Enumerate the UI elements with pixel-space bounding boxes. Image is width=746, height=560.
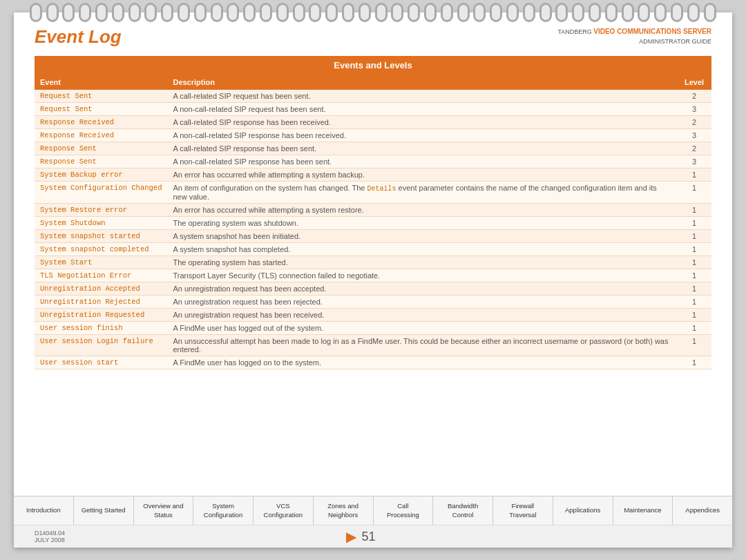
cell-event: Request Sent: [35, 103, 167, 116]
cell-level: 1: [677, 230, 711, 243]
cell-event: System Shutdown: [35, 217, 167, 230]
ring: [211, 3, 223, 22]
cell-description: A system snapshot has been initiated.: [167, 230, 677, 243]
ring: [325, 3, 338, 22]
cell-event: System snapshot completed: [35, 243, 167, 256]
cell-event: Unregistration Requested: [35, 309, 167, 322]
tab-system-configuration[interactable]: SystemConfiguration: [193, 496, 254, 525]
inline-code: Details: [367, 185, 396, 193]
page-arrow-icon: ▶: [346, 528, 356, 545]
cell-event: Unregistration Rejected: [35, 296, 167, 309]
cell-level: 1: [677, 269, 711, 282]
ring: [622, 3, 634, 22]
ring: [194, 3, 207, 22]
ring: [671, 3, 683, 22]
ring: [375, 3, 388, 22]
brand-guide: ADMINISTRATOR GUIDE: [639, 38, 711, 45]
ring: [227, 3, 239, 22]
table-row: System snapshot startedA system snapshot…: [35, 230, 711, 243]
cell-level: 1: [677, 217, 711, 230]
cell-event: Request Sent: [35, 90, 167, 103]
ring: [79, 3, 91, 22]
cell-event: User session Login failure: [35, 335, 167, 356]
table-row: Unregistration RequestedAn unregistratio…: [35, 309, 711, 322]
table-row: System Configuration ChangedAn item of c…: [35, 182, 711, 204]
table-row: User session Login failureAn unsuccessfu…: [35, 335, 711, 356]
cell-level: 1: [677, 335, 711, 356]
ring: [605, 3, 618, 22]
table-row: TLS Negotiation ErrorTransport Layer Sec…: [35, 269, 711, 282]
tab-introduction[interactable]: Introduction: [14, 496, 74, 525]
tab-getting-started[interactable]: Getting Started: [74, 496, 134, 525]
ring: [260, 3, 272, 22]
tab-maintenance[interactable]: Maintenance: [613, 496, 673, 525]
tab-call-processing[interactable]: CallProcessing: [374, 496, 434, 525]
brand-product: VIDEO COMMUNICATIONS SERVER: [593, 28, 711, 35]
ring: [128, 3, 141, 22]
tab-zones-neighbors[interactable]: Zones andNeighbors: [314, 496, 374, 525]
page-num-value: 51: [362, 530, 376, 544]
cell-event: Response Sent: [35, 155, 167, 168]
cell-event: User session finish: [35, 322, 167, 335]
ring: [342, 3, 354, 22]
ring: [46, 3, 59, 22]
cell-description: A non-call-related SIP response has been…: [167, 155, 677, 168]
ring: [144, 3, 157, 22]
brand-company: TANDBERG: [557, 28, 591, 35]
page-content: Event Log TANDBERG VIDEO COMMUNICATIONS …: [14, 12, 732, 548]
cell-description: A non-call-related SIP response has been…: [167, 129, 677, 142]
cell-event: Response Sent: [35, 142, 167, 155]
cell-event: System Start: [35, 256, 167, 269]
cell-description: A call-related SIP request has been sent…: [167, 90, 677, 103]
col-description: Description: [167, 75, 677, 90]
footer: Introduction Getting Started Overview an…: [14, 496, 732, 548]
cell-level: 1: [677, 243, 711, 256]
ring: [490, 3, 502, 22]
doc-id: D14049.04: [35, 530, 65, 537]
tab-vcs-configuration[interactable]: VCSConfiguration: [254, 496, 314, 525]
cell-description: The operating system has started.: [167, 256, 677, 269]
ring: [539, 3, 552, 22]
page-title: Event Log: [35, 26, 122, 48]
cell-event: System snapshot started: [35, 230, 167, 243]
tab-bandwidth-control[interactable]: BandwidthControl: [433, 496, 493, 525]
doc-info: D14049.04 JULY 2008: [35, 530, 65, 543]
table-row: System ShutdownThe operating system was …: [35, 217, 711, 230]
ring: [589, 3, 601, 22]
nav-bar: Introduction Getting Started Overview an…: [14, 496, 732, 525]
ring: [506, 3, 519, 22]
ring: [654, 3, 667, 22]
table-row: Response ReceivedA call-related SIP resp…: [35, 116, 711, 129]
cell-description: A call-related SIP response has been rec…: [167, 116, 677, 129]
cell-level: 3: [677, 103, 711, 116]
cell-description: A call-related SIP response has been sen…: [167, 142, 677, 155]
col-event: Event: [35, 75, 167, 90]
cell-description: A system snapshot has completed.: [167, 243, 677, 256]
ring: [293, 3, 305, 22]
cell-level: 3: [677, 129, 711, 142]
table-row: System snapshot completedA system snapsh…: [35, 243, 711, 256]
page-footer: D14049.04 JULY 2008 ▶ 51: [14, 525, 732, 548]
cell-description: An unregistration request has been accep…: [167, 282, 677, 296]
cell-description: An error has occurred while attempting a…: [167, 204, 677, 217]
cell-event: System Configuration Changed: [35, 182, 167, 204]
cell-level: 2: [677, 90, 711, 103]
main-area: Events and Levels Event Description Leve…: [35, 56, 711, 541]
ring: [178, 3, 190, 22]
table-row: User session startA FindMe user has logg…: [35, 356, 711, 369]
header: Event Log TANDBERG VIDEO COMMUNICATIONS …: [35, 26, 711, 48]
cell-event: System Restore error: [35, 204, 167, 217]
cell-level: 1: [677, 296, 711, 309]
cell-level: 1: [677, 256, 711, 269]
tab-applications[interactable]: Applications: [553, 496, 613, 525]
cell-description: A FindMe user has logged out of the syst…: [167, 322, 677, 335]
cell-level: 2: [677, 116, 711, 129]
tab-firewall-traversal[interactable]: FirewallTraversal: [493, 496, 553, 525]
ring: [523, 3, 535, 22]
tab-appendices[interactable]: Appendices: [673, 496, 732, 525]
table-row: System StartThe operating system has sta…: [35, 256, 711, 269]
tab-overview-status[interactable]: Overview andStatus: [134, 496, 194, 525]
table-row: Request SentA call-related SIP request h…: [35, 90, 711, 103]
ring: [62, 3, 75, 22]
cell-description: A non-call-related SIP request has been …: [167, 103, 677, 116]
